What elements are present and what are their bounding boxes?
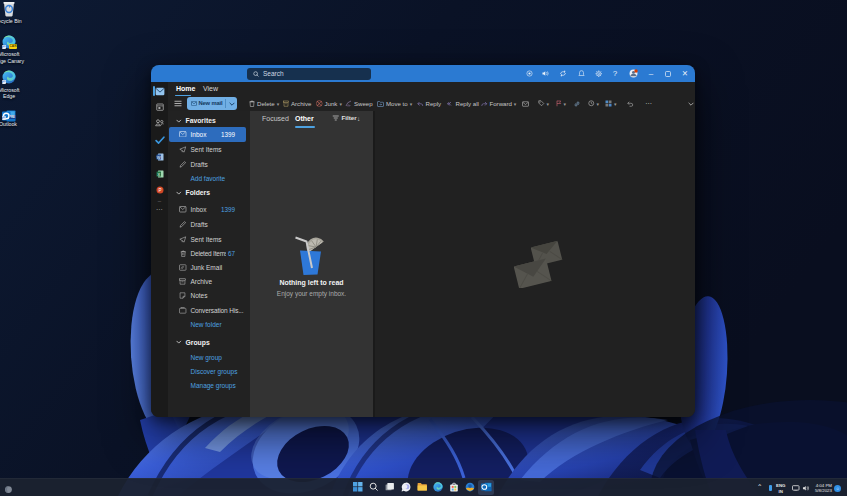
svg-text:W: W — [156, 155, 160, 160]
svg-text:P: P — [158, 187, 161, 192]
svg-text:X: X — [157, 171, 160, 176]
